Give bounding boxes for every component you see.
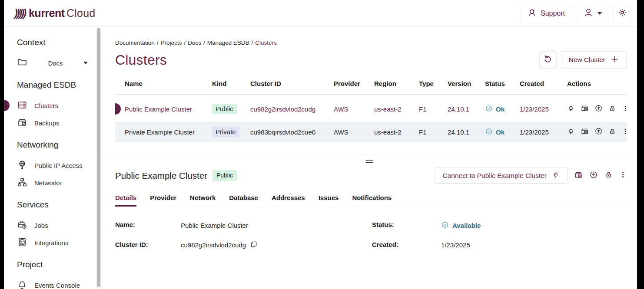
status-badge: Ok	[496, 128, 505, 136]
cell-cluster-id: cu983bqirsdvlod2cue0	[250, 128, 334, 136]
context-selector[interactable]: Docs	[17, 54, 96, 72]
sidebar-item-label: Integrations	[34, 239, 68, 246]
connect-to-cluster-button[interactable]: Connect to Public Example Cluster	[435, 167, 568, 184]
new-cluster-label: New Cluster	[569, 56, 605, 64]
detail-kind-badge: Public	[212, 170, 237, 181]
cell-version: 24.10.1	[448, 128, 485, 136]
breadcrumb-separator: /	[203, 39, 205, 46]
active-indicator	[4, 100, 10, 111]
breadcrumb-managed-esdb[interactable]: Managed ESDB	[207, 39, 249, 46]
breadcrumb-separator: /	[157, 39, 159, 46]
lock-icon[interactable]	[604, 171, 613, 181]
kebab-menu-icon[interactable]	[622, 105, 629, 114]
kurrent-cloud-logo[interactable]: ))))) kurrent Cloud	[14, 7, 95, 20]
support-button[interactable]: Support	[521, 5, 571, 22]
chevron-down-icon	[598, 12, 602, 15]
status-field-value: Available	[452, 222, 481, 229]
connect-icon	[552, 171, 560, 181]
sidebar-heading-context: Context	[17, 38, 96, 47]
expand-icon[interactable]	[594, 127, 603, 137]
logo-suffix: Cloud	[66, 7, 95, 19]
kind-badge-public: Public	[212, 104, 237, 114]
cell-region: us-east-2	[374, 105, 419, 113]
breadcrumb-separator: /	[251, 39, 253, 46]
detail-tabs: Details Provider Network Database Addres…	[115, 194, 627, 206]
tab-provider[interactable]: Provider	[150, 194, 176, 206]
sidebar-item-public-ip-access[interactable]: Public IP Access	[17, 157, 96, 174]
cluster-detail-panel: Public Example Cluster Public Connect to…	[115, 167, 627, 249]
tab-addresses[interactable]: Addresses	[272, 194, 305, 206]
backup-icon[interactable]	[574, 171, 583, 181]
sidebar-item-events-console[interactable]: Events Console	[17, 276, 96, 289]
cell-provider: AWS	[334, 128, 374, 136]
refresh-button[interactable]	[539, 51, 557, 69]
outlet-icon	[17, 237, 27, 249]
sidebar-item-backups[interactable]: Backups	[17, 114, 96, 131]
col-header-status: Status	[485, 79, 520, 87]
expand-icon[interactable]	[589, 171, 598, 181]
kebab-menu-icon[interactable]	[622, 128, 629, 137]
main-content: Documentation/Projects/Docs/Managed ESDB…	[101, 27, 637, 289]
tab-details[interactable]: Details	[115, 194, 136, 206]
backups-icon	[17, 117, 27, 129]
sidebar-item-label: Networks	[34, 179, 62, 187]
col-header-version: Version	[448, 79, 485, 87]
sidebar-item-jobs[interactable]: Jobs	[17, 217, 96, 234]
tab-issues[interactable]: Issues	[319, 194, 339, 206]
connect-button-label: Connect to Public Example Cluster	[442, 172, 547, 180]
tab-network[interactable]: Network	[190, 194, 216, 206]
table-row-public-cluster[interactable]: Public Example Cluster Public cu982g2irs…	[115, 99, 627, 119]
created-field-label: Created:	[372, 241, 441, 249]
breadcrumb-documentation[interactable]: Documentation	[115, 39, 155, 46]
refresh-icon	[543, 55, 552, 66]
scrollbar-thumb[interactable]	[97, 28, 100, 287]
detail-fields: Name: Public Example Cluster Status: Ava…	[115, 221, 627, 249]
col-header-actions: Actions	[559, 79, 627, 87]
lock-icon[interactable]	[608, 128, 616, 137]
tab-database[interactable]: Database	[229, 194, 258, 206]
plus-icon	[611, 55, 619, 65]
sidebar-item-label: Clusters	[34, 102, 58, 109]
sidebar-heading-managed-esdb: Managed ESDB	[17, 80, 96, 90]
check-circle-icon	[485, 128, 493, 137]
sidebar-heading-services: Services	[17, 200, 96, 210]
table-header-row: Name Kind Cluster ID Provider Region Typ…	[115, 79, 627, 95]
kebab-menu-icon[interactable]	[619, 171, 627, 181]
sidebar-item-networks[interactable]: Networks	[17, 174, 96, 191]
logo-word: kurrent	[29, 7, 65, 19]
backup-icon[interactable]	[581, 127, 589, 137]
cell-name: Private Example Cluster	[115, 128, 212, 136]
cell-type: F1	[419, 128, 448, 136]
cluster-id-field-label: Cluster ID:	[115, 241, 181, 249]
drag-handle[interactable]	[365, 160, 373, 164]
user-menu-button[interactable]	[577, 5, 608, 22]
sidebar-item-label: Public IP Access	[34, 162, 83, 169]
bell-icon	[17, 279, 27, 289]
breadcrumb-projects[interactable]: Projects	[161, 39, 182, 46]
tab-notifications[interactable]: Notifications	[352, 194, 392, 206]
name-field-value: Public Example Cluster	[181, 221, 372, 230]
cell-cluster-id: cu982g2irsdvlod2cudg	[250, 105, 334, 113]
theme-toggle-button[interactable]	[614, 5, 631, 22]
expand-icon[interactable]	[594, 104, 603, 114]
sidebar: Context Docs Managed ESDB	[4, 27, 96, 289]
sidebar-item-integrations[interactable]: Integrations	[17, 234, 96, 251]
logo-stripes-icon: )))))	[14, 7, 25, 19]
breadcrumb-current: Clusters	[255, 39, 277, 46]
cell-name: Public Example Cluster	[125, 105, 192, 113]
kind-badge-private: Private	[212, 127, 239, 137]
connect-icon[interactable]	[567, 128, 575, 137]
lock-icon[interactable]	[608, 105, 616, 114]
selected-row-indicator	[115, 103, 121, 115]
backup-icon[interactable]	[581, 104, 589, 114]
sidebar-item-clusters[interactable]: Clusters	[17, 97, 96, 114]
new-cluster-button[interactable]: New Cluster	[561, 51, 627, 69]
sidebar-item-label: Events Console	[34, 282, 80, 289]
clusters-table: Name Kind Cluster ID Provider Region Typ…	[115, 79, 627, 142]
breadcrumb-docs[interactable]: Docs	[188, 39, 201, 46]
status-badge: Ok	[496, 105, 505, 113]
connect-icon[interactable]	[567, 105, 575, 114]
table-row-private-cluster[interactable]: Private Example Cluster Private cu983bqi…	[115, 122, 627, 142]
copy-icon[interactable]	[250, 241, 257, 249]
sidebar-scrollbar[interactable]	[96, 28, 101, 289]
